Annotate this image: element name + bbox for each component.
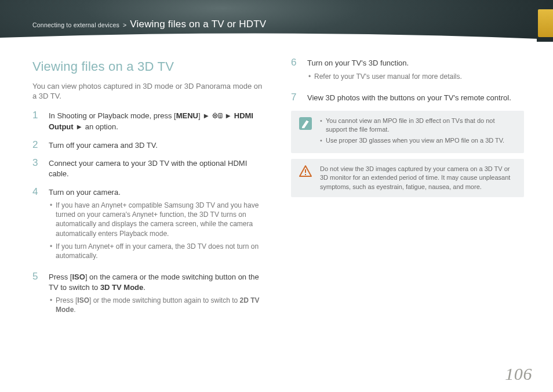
step-sublist: Refer to your TV's user manual for more … — [307, 72, 524, 81]
breadcrumb-title: Viewing files on a TV or HDTV — [130, 19, 266, 30]
mode-label: 3D TV Mode — [100, 283, 143, 292]
section-lead: You can view photos captured in 3D mode … — [32, 81, 265, 101]
note-list: You cannot view an MPO file in 3D effect… — [320, 117, 517, 147]
step-text: Turn on your camera. — [49, 187, 265, 198]
step-2: 2 Turn off your camera and 3D TV. — [32, 140, 265, 151]
breadcrumb-sep: > — [123, 21, 126, 28]
step-1: 1 In Shooting or Playback mode, press [M… — [32, 111, 265, 132]
step-text: View 3D photos with the buttons on your … — [307, 93, 524, 103]
step-4: 4 Turn on your camera. If you have an An… — [32, 187, 265, 264]
svg-rect-4 — [305, 169, 306, 173]
page-header: Connecting to external devices > Viewing… — [0, 0, 553, 42]
header-curve — [0, 32, 537, 42]
breadcrumb: Connecting to external devices > Viewing… — [32, 19, 266, 30]
svg-rect-5 — [305, 174, 306, 175]
menu-label: MENU — [176, 111, 198, 120]
steps-right: 6 Turn on your TV's 3D function. Refer t… — [291, 58, 524, 103]
step-sublist: Press [ISO] or the mode switching button… — [49, 296, 265, 314]
right-column: 6 Turn on your TV's 3D function. Refer t… — [291, 58, 524, 363]
step-subitem: If you have an Anynet+ compatible Samsun… — [49, 201, 265, 238]
step-text: Connect your camera to your 3D TV with t… — [49, 158, 265, 179]
step-number: 4 — [32, 187, 42, 264]
step-number: 2 — [32, 140, 42, 151]
settings-list-icon — [212, 112, 223, 122]
document-page: Connecting to external devices > Viewing… — [0, 0, 553, 392]
step-text: In Shooting or Playback mode, press [MEN… — [49, 111, 265, 132]
warning-box: Do not view the 3D images captured by yo… — [291, 159, 524, 197]
section-heading: Viewing files on a 3D TV — [32, 58, 265, 75]
step-7: 7 View 3D photos with the buttons on you… — [291, 93, 524, 103]
warning-text: Do not view the 3D images captured by yo… — [320, 165, 517, 191]
note-box: You cannot view an MPO file in 3D effect… — [291, 111, 524, 153]
svg-point-1 — [214, 115, 216, 116]
note-item: You cannot view an MPO file in 3D effect… — [320, 117, 517, 134]
step-subitem: Refer to your TV's user manual for more … — [307, 72, 524, 81]
step-5: 5 Press [ISO] on the camera or the mode … — [32, 272, 265, 318]
content-columns: Viewing files on a 3D TV You can view ph… — [32, 58, 524, 363]
step-sublist: If you have an Anynet+ compatible Samsun… — [49, 201, 265, 260]
steps-left: 1 In Shooting or Playback mode, press [M… — [32, 111, 265, 318]
step-subitem: If you turn Anynet+ off in your camera, … — [49, 242, 265, 260]
page-side-tab — [538, 9, 553, 37]
step-text: Turn off your camera and 3D TV. — [49, 140, 265, 151]
note-icon — [298, 117, 313, 147]
iso-label: ISO — [72, 273, 85, 281]
breadcrumb-section: Connecting to external devices — [32, 21, 119, 28]
step-subitem: Press [ISO] or the mode switching button… — [49, 296, 265, 314]
step-3: 3 Connect your camera to your 3D TV with… — [32, 158, 265, 179]
left-column: Viewing files on a 3D TV You can view ph… — [32, 58, 265, 363]
step-number: 3 — [32, 158, 42, 179]
step-text: Turn on your TV's 3D function. — [307, 58, 524, 68]
note-item: Use proper 3D glasses when you view an M… — [320, 136, 517, 145]
step-number: 1 — [32, 110, 42, 132]
step-6: 6 Turn on your TV's 3D function. Refer t… — [291, 58, 524, 85]
step-text: Press [ISO] on the camera or the mode sw… — [49, 272, 265, 292]
svg-point-0 — [213, 114, 217, 118]
iso-label: ISO — [77, 296, 89, 304]
page-number: 106 — [505, 364, 532, 384]
step-number: 7 — [291, 92, 300, 103]
step-number: 5 — [32, 271, 42, 318]
warning-icon — [298, 165, 313, 191]
step-number: 6 — [291, 57, 300, 85]
